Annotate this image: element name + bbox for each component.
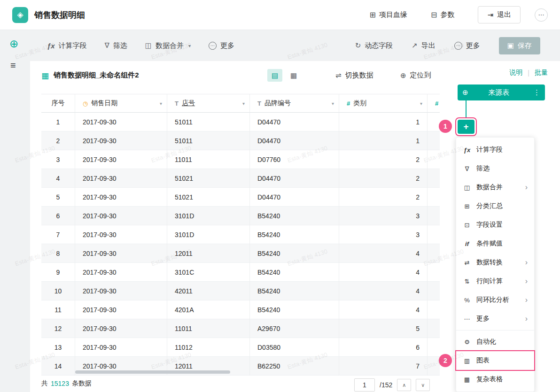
rail-outline-button[interactable]: ≡ (10, 60, 16, 71)
list-view-toggle[interactable]: ▤ (267, 69, 282, 82)
table-row[interactable]: 82017-09-3012011B542404 (41, 244, 440, 263)
add-step-button[interactable]: + (458, 120, 474, 134)
table-row[interactable]: 32017-09-3011011D077602 (41, 150, 440, 169)
table-row[interactable]: 22017-09-3051011D044701 (41, 131, 440, 150)
data-table: 序号◷销售日期▾T店号▾T品牌编号▾#类别▾# 12017-09-3051011… (41, 94, 440, 376)
calc-field-tool[interactable]: ƒx 计算字段 (47, 41, 87, 50)
menu-item-data-merge[interactable]: ◫数据合并› (456, 178, 534, 197)
node-connector-line (466, 100, 467, 118)
horizontal-scrollbar-thumb[interactable] (75, 370, 230, 374)
table-row[interactable]: 112017-09-304201AB542404 (41, 300, 440, 319)
menu-item-label: 字段设置 (476, 221, 503, 229)
table-cell: 2017-09-30 (75, 338, 167, 357)
column-label: 序号 (52, 99, 65, 108)
table-cell: B54240 (250, 244, 339, 263)
submenu-arrow-icon: › (525, 183, 528, 192)
source-table-icon: ⊕ (462, 88, 468, 97)
dynamic-field-label: 动态字段 (365, 41, 393, 50)
menu-item-more[interactable]: ⋯更多› (456, 309, 534, 328)
menu-item-label: 计算字段 (476, 146, 503, 154)
column-header-序号[interactable]: 序号 (41, 94, 75, 113)
menu-item-conditional-assign[interactable]: if条件赋值 (456, 234, 534, 253)
merge-icon: ◫ (145, 41, 152, 50)
table-cell: 4 (339, 263, 428, 282)
table-cell: 14 (41, 357, 75, 376)
filter-icon: ∇ (105, 41, 109, 50)
menu-item-complex-table[interactable]: ▦复杂表格 (456, 370, 534, 389)
table-row[interactable]: 102017-09-3042011B542404 (41, 282, 440, 300)
kebab-menu-icon[interactable]: ⋮ (529, 88, 540, 97)
menu-item-row-calc[interactable]: ⇅行间计算› (456, 272, 534, 291)
table-row[interactable]: 12017-09-3051011D044701 (41, 113, 440, 131)
grid-view-icon: ▦ (290, 71, 297, 80)
switch-data-button[interactable]: ⇌ 切换数据 (335, 71, 373, 80)
table-cell: 9 (41, 263, 75, 282)
toolbar-more-left[interactable]: ⋯ 更多 (209, 41, 234, 50)
save-button[interactable]: ▣ 保存 (499, 37, 540, 54)
page-number-input[interactable] (354, 378, 375, 392)
dynamic-field-tool[interactable]: ↻ 动态字段 (355, 41, 393, 50)
menu-item-group-summary[interactable]: ⊞分类汇总 (456, 197, 534, 215)
table-cell: 2 (41, 131, 75, 150)
table-row[interactable]: 52017-09-3051021D044702 (41, 188, 440, 207)
data-merge-tool[interactable]: ◫ 数据合并 ▾ (145, 41, 191, 50)
table-cell: 11011 (167, 150, 250, 169)
menu-item-automation[interactable]: ⚙自动化 (456, 332, 534, 351)
table-cell: 2 (339, 169, 428, 188)
menu-item-field-settings[interactable]: ⊡字段设置 (456, 215, 534, 234)
menu-item-period-compare[interactable]: %同环比分析› (456, 291, 534, 309)
parameters-button[interactable]: ⊟ 参数 (431, 10, 454, 19)
toolbar-more-right[interactable]: ⋯ 更多 (454, 41, 480, 50)
menu-item-filter[interactable]: ∇筛选 (456, 159, 534, 178)
table-row[interactable]: 42017-09-3051021D044702 (41, 169, 440, 188)
column-header-销售日期[interactable]: ◷销售日期▾ (75, 94, 167, 113)
column-header-店号[interactable]: T店号▾ (167, 94, 250, 113)
chart-icon: ▥ (463, 357, 471, 364)
page-down-button[interactable]: ∨ (416, 379, 430, 391)
table-header-row: 序号◷销售日期▾T店号▾T品牌编号▾#类别▾# (41, 94, 440, 113)
column-filter-caret-icon[interactable]: ▾ (160, 101, 162, 106)
menu-item-data-convert[interactable]: ⇄数据转换› (456, 253, 534, 272)
column-label: 店号 (182, 99, 195, 108)
header-more-button[interactable]: ⋯ (535, 8, 548, 22)
toolbar-right-group: ↻ 动态字段 ↗ 导出 ⋯ 更多 ▣ 保存 (355, 37, 540, 54)
table-cell: B54240 (250, 207, 339, 225)
help-links: 说明 | 批量 (509, 69, 548, 77)
table-cell: 3101C (167, 263, 250, 282)
table-cell: 3 (41, 150, 75, 169)
data-convert-icon: ⇄ (463, 259, 471, 266)
table-cell: 2 (339, 150, 428, 169)
batch-link[interactable]: 批量 (535, 69, 548, 77)
table-row[interactable]: 122017-09-3011011A296705 (41, 319, 440, 338)
filter-tool[interactable]: ∇ 筛选 (105, 41, 127, 50)
table-row[interactable]: 92017-09-303101CB542404 (41, 263, 440, 282)
column-header-品牌编号[interactable]: T品牌编号▾ (250, 94, 339, 113)
export-icon: ↗ (412, 41, 418, 50)
table-row[interactable]: 62017-09-303101DB542403 (41, 207, 440, 225)
fx-icon: ƒx (47, 42, 55, 50)
column-filter-caret-icon[interactable]: ▾ (420, 101, 422, 106)
parameters-icon: ⊟ (431, 10, 437, 19)
source-table-node[interactable]: ⊕ 来源表 ⋮ (458, 85, 545, 100)
project-lineage-button[interactable]: ⊞ 项目血缘 (370, 10, 407, 19)
column-header-类别[interactable]: #类别▾ (339, 94, 428, 113)
chevron-down-icon: ▾ (188, 43, 191, 48)
column-filter-caret-icon[interactable]: ▾ (332, 101, 334, 106)
rail-add-button[interactable]: ⊕ (9, 38, 18, 50)
table-row[interactable]: 72017-09-303101DB542403 (41, 225, 440, 244)
table-row[interactable]: 132017-09-3011012D035806 (41, 338, 440, 357)
export-tool[interactable]: ↗ 导出 (412, 41, 436, 50)
doc-link[interactable]: 说明 (509, 69, 522, 77)
column-filter-caret-icon[interactable]: ▾ (242, 101, 245, 106)
table-cell: 5 (41, 188, 75, 207)
table-cell: 6 (41, 207, 75, 225)
menu-item-calc-field[interactable]: ƒx计算字段 (456, 140, 534, 159)
column-header-extra[interactable]: # (428, 94, 440, 113)
grid-view-toggle[interactable]: ▦ (286, 69, 301, 82)
locate-button[interactable]: ⊕ 定位到 (400, 71, 431, 80)
page-up-button[interactable]: ∧ (397, 379, 411, 391)
menu-item-chart[interactable]: ▥图表 (456, 351, 534, 370)
app-header: ◈ 销售数据明细 ⊞ 项目血缘 ⊟ 参数 ⇥ 退出 ⋯ (0, 0, 560, 30)
exit-button[interactable]: ⇥ 退出 (478, 6, 521, 23)
column-label: 品牌编号 (264, 99, 291, 108)
